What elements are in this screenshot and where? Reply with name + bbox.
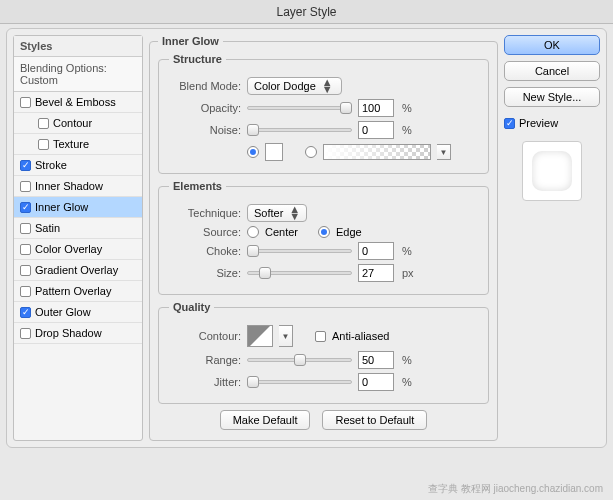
sidebar-item-label: Satin: [35, 222, 60, 234]
anti-aliased-checkbox[interactable]: [315, 331, 326, 342]
panel-heading: Inner Glow: [158, 35, 223, 47]
effects-sidebar: Styles Blending Options: Custom Bevel & …: [13, 35, 143, 441]
sidebar-item-pattern-overlay[interactable]: Pattern Overlay: [14, 281, 142, 302]
quality-group: Quality Contour: ▼ Anti-aliased Range: %…: [158, 301, 489, 404]
source-center-radio[interactable]: [247, 226, 259, 238]
gradient-preview[interactable]: [323, 144, 431, 160]
range-input[interactable]: [358, 351, 394, 369]
window-title: Layer Style: [0, 0, 613, 24]
chevron-down-icon[interactable]: ▼: [279, 325, 293, 347]
cancel-button[interactable]: Cancel: [504, 61, 600, 81]
range-slider[interactable]: [247, 355, 352, 365]
preview-thumbnail: [522, 141, 582, 201]
elements-group: Elements Technique: Softer ▲▼ Source: Ce…: [158, 180, 489, 295]
dialog-body: Styles Blending Options: Custom Bevel & …: [6, 28, 607, 448]
checkbox-icon[interactable]: [20, 160, 31, 171]
preview-label: Preview: [519, 117, 558, 129]
sidebar-item-color-overlay[interactable]: Color Overlay: [14, 239, 142, 260]
range-unit: %: [402, 354, 412, 366]
jitter-slider[interactable]: [247, 377, 352, 387]
sidebar-item-satin[interactable]: Satin: [14, 218, 142, 239]
checkbox-icon[interactable]: [20, 265, 31, 276]
chevron-down-icon[interactable]: ▼: [437, 144, 451, 160]
opacity-input[interactable]: [358, 99, 394, 117]
sidebar-item-label: Color Overlay: [35, 243, 102, 255]
source-edge-radio[interactable]: [318, 226, 330, 238]
sidebar-item-drop-shadow[interactable]: Drop Shadow: [14, 323, 142, 344]
technique-select[interactable]: Softer ▲▼: [247, 204, 307, 222]
jitter-input[interactable]: [358, 373, 394, 391]
sidebar-item-contour[interactable]: Contour: [14, 113, 142, 134]
checkbox-icon[interactable]: [20, 181, 31, 192]
sidebar-item-inner-glow[interactable]: Inner Glow: [14, 197, 142, 218]
checkbox-icon[interactable]: [20, 202, 31, 213]
fill-solid-radio[interactable]: [247, 146, 259, 158]
sidebar-item-outer-glow[interactable]: Outer Glow: [14, 302, 142, 323]
noise-label: Noise:: [169, 124, 241, 136]
jitter-unit: %: [402, 376, 412, 388]
new-style-button[interactable]: New Style...: [504, 87, 600, 107]
checkbox-icon[interactable]: [20, 223, 31, 234]
blend-mode-value: Color Dodge: [254, 80, 316, 92]
checkbox-icon[interactable]: [20, 286, 31, 297]
checkbox-icon[interactable]: [20, 244, 31, 255]
sidebar-item-texture[interactable]: Texture: [14, 134, 142, 155]
sidebar-item-label: Outer Glow: [35, 306, 91, 318]
opacity-slider[interactable]: [247, 103, 352, 113]
dialog-actions: OK Cancel New Style... Preview: [504, 35, 600, 441]
blend-mode-select[interactable]: Color Dodge ▲▼: [247, 77, 342, 95]
inner-glow-panel: Inner Glow Structure Blend Mode: Color D…: [149, 35, 498, 441]
size-label: Size:: [169, 267, 241, 279]
range-label: Range:: [169, 354, 241, 366]
choke-unit: %: [402, 245, 412, 257]
size-unit: px: [402, 267, 414, 279]
ok-button[interactable]: OK: [504, 35, 600, 55]
technique-value: Softer: [254, 207, 283, 219]
jitter-label: Jitter:: [169, 376, 241, 388]
elements-legend: Elements: [169, 180, 226, 192]
contour-label: Contour:: [169, 330, 241, 342]
noise-input[interactable]: [358, 121, 394, 139]
size-slider[interactable]: [247, 268, 352, 278]
sidebar-item-gradient-overlay[interactable]: Gradient Overlay: [14, 260, 142, 281]
anti-aliased-label: Anti-aliased: [332, 330, 389, 342]
sidebar-blending-header[interactable]: Blending Options: Custom: [14, 57, 142, 92]
preview-checkbox[interactable]: [504, 118, 515, 129]
sidebar-item-label: Bevel & Emboss: [35, 96, 116, 108]
choke-label: Choke:: [169, 245, 241, 257]
sidebar-item-label: Texture: [53, 138, 89, 150]
size-input[interactable]: [358, 264, 394, 282]
choke-input[interactable]: [358, 242, 394, 260]
structure-group: Structure Blend Mode: Color Dodge ▲▼ Opa…: [158, 53, 489, 174]
sidebar-item-label: Gradient Overlay: [35, 264, 118, 276]
opacity-label: Opacity:: [169, 102, 241, 114]
opacity-unit: %: [402, 102, 412, 114]
sidebar-item-stroke[interactable]: Stroke: [14, 155, 142, 176]
sidebar-item-label: Inner Glow: [35, 201, 88, 213]
checkbox-icon[interactable]: [20, 97, 31, 108]
contour-swatch[interactable]: [247, 325, 273, 347]
noise-slider[interactable]: [247, 125, 352, 135]
source-label: Source:: [169, 226, 241, 238]
make-default-button[interactable]: Make Default: [220, 410, 311, 430]
watermark-text: 查字典 教程网 jiaocheng.chazidian.com: [428, 482, 603, 496]
source-center-label: Center: [265, 226, 298, 238]
technique-label: Technique:: [169, 207, 241, 219]
sidebar-item-inner-shadow[interactable]: Inner Shadow: [14, 176, 142, 197]
color-swatch[interactable]: [265, 143, 283, 161]
sidebar-styles-header[interactable]: Styles: [14, 36, 142, 57]
checkbox-icon[interactable]: [38, 139, 49, 150]
checkbox-icon[interactable]: [20, 307, 31, 318]
noise-unit: %: [402, 124, 412, 136]
sidebar-item-label: Stroke: [35, 159, 67, 171]
source-edge-label: Edge: [336, 226, 362, 238]
sidebar-item-bevel[interactable]: Bevel & Emboss: [14, 92, 142, 113]
sidebar-item-label: Contour: [53, 117, 92, 129]
fill-gradient-radio[interactable]: [305, 146, 317, 158]
reset-default-button[interactable]: Reset to Default: [322, 410, 427, 430]
checkbox-icon[interactable]: [38, 118, 49, 129]
checkbox-icon[interactable]: [20, 328, 31, 339]
updown-icon: ▲▼: [289, 206, 300, 220]
sidebar-item-label: Drop Shadow: [35, 327, 102, 339]
choke-slider[interactable]: [247, 246, 352, 256]
